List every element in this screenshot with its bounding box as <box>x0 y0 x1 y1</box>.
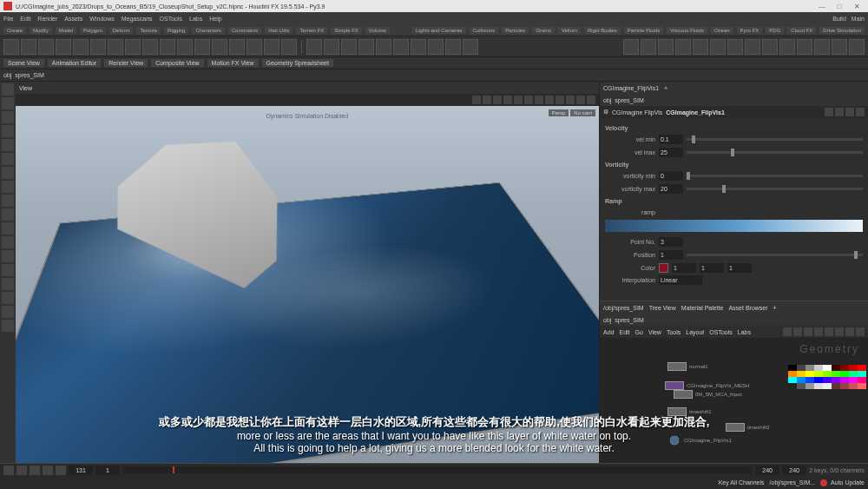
slider-vortmax[interactable] <box>687 188 863 190</box>
palette-swatch-31[interactable] <box>823 383 832 389</box>
palette-swatch-26[interactable] <box>858 377 866 383</box>
shelf-modify[interactable]: Modify <box>30 27 52 34</box>
palette-swatch-12[interactable] <box>814 371 823 377</box>
shelf-tool-sphere[interactable] <box>21 39 36 55</box>
color-swatch[interactable] <box>659 263 668 273</box>
shelf-characters[interactable]: Characters <box>192 27 224 34</box>
left-tool-10[interactable] <box>2 222 14 235</box>
shelf-tool-scale[interactable] <box>358 39 374 55</box>
play-start-button[interactable] <box>3 466 14 475</box>
shelf-tool-lift[interactable] <box>463 39 478 55</box>
desktop-main[interactable]: Main <box>852 16 865 22</box>
slider-velmin[interactable] <box>687 138 863 141</box>
shelf-polygon[interactable]: Polygon <box>80 27 106 34</box>
play-end-button[interactable] <box>56 466 66 475</box>
path-spres[interactable]: spres_SIM <box>15 72 43 78</box>
palette-swatch-13[interactable] <box>823 371 832 377</box>
play-button[interactable] <box>30 466 40 475</box>
palette-swatch-8[interactable] <box>858 365 866 371</box>
val-color-r[interactable]: 1 <box>672 263 696 273</box>
shelf-tool-bend[interactable] <box>411 39 426 55</box>
vp-display-icon-4[interactable] <box>514 96 523 104</box>
shelf-tool-path[interactable] <box>194 39 210 55</box>
timeline-track[interactable] <box>122 466 753 473</box>
shelf-hair[interactable]: Hair Utils <box>265 27 293 34</box>
palette-swatch-11[interactable] <box>806 371 814 377</box>
shelf-particles[interactable]: Particles <box>502 27 529 34</box>
left-tool-6[interactable] <box>2 167 14 179</box>
left-tool-11[interactable] <box>2 236 14 248</box>
pane-renderview[interactable]: Render View <box>104 59 148 67</box>
np-obj[interactable]: obj <box>603 317 611 323</box>
shelf-tool-vr-camera[interactable] <box>797 39 812 55</box>
val-position[interactable]: 1 <box>659 250 683 260</box>
left-tool-1[interactable] <box>2 97 14 109</box>
shelf-tool-curve[interactable] <box>142 39 158 55</box>
shelf-ocean[interactable]: Ocean <box>711 27 733 34</box>
val-pointno[interactable]: 3 <box>659 237 683 247</box>
nt-tree[interactable]: Tree View <box>649 305 676 311</box>
param-header-icon-0[interactable] <box>825 108 833 116</box>
nm-labs[interactable]: Labs <box>738 329 751 335</box>
pane-spreadsheet[interactable]: Geometry Spreadsheet <box>262 59 333 67</box>
nm-edit[interactable]: Edit <box>619 329 629 335</box>
vp-tab-view[interactable]: View <box>19 85 32 91</box>
network-canvas[interactable]: Geometry normal1CGImagine_FlipVis_MESH0M… <box>600 338 868 475</box>
left-tool-12[interactable] <box>2 250 14 262</box>
menu-ostools[interactable]: OSTools <box>160 16 182 22</box>
palette-swatch-25[interactable] <box>849 377 858 383</box>
val-velmin[interactable]: 0.1 <box>659 135 683 144</box>
shelf-tool-circle[interactable] <box>125 39 141 55</box>
palette-swatch-18[interactable] <box>788 377 797 383</box>
shelf-tool-distant-light[interactable] <box>693 39 708 55</box>
shelf-terrain[interactable]: Terrain FX <box>296 27 327 34</box>
shelf-tool-guide-process[interactable] <box>306 39 322 55</box>
nm-go[interactable]: Go <box>635 329 643 335</box>
palette-swatch-9[interactable] <box>788 371 797 377</box>
shelf-tool-cut[interactable] <box>428 39 444 55</box>
shelf-tool-metaball[interactable] <box>264 39 279 55</box>
palette-swatch-33[interactable] <box>840 383 849 389</box>
val-vortmin[interactable]: 0 <box>659 171 683 181</box>
shelf-lights[interactable]: Lights and Cameras <box>412 27 466 34</box>
nm-view[interactable]: View <box>648 329 661 335</box>
nt-path[interactable]: /obj/spres_SIM <box>603 305 644 311</box>
vp-display-icon-2[interactable] <box>493 96 502 104</box>
shelf-tool-geo-light[interactable] <box>658 39 674 55</box>
palette-swatch-32[interactable] <box>832 383 840 389</box>
shelf-tool-part[interactable] <box>376 39 391 55</box>
left-tool-15[interactable] <box>2 292 14 304</box>
np-spres[interactable]: spres_SIM <box>615 317 643 323</box>
nm-tools[interactable]: Tools <box>667 329 681 335</box>
menu-file[interactable]: File <box>3 16 13 22</box>
val-color-b[interactable]: 1 <box>727 263 752 273</box>
palette-swatch-24[interactable] <box>840 377 849 383</box>
left-tool-2[interactable] <box>2 111 14 123</box>
shelf-tool-box[interactable] <box>3 39 19 55</box>
palette-swatch-19[interactable] <box>797 377 806 383</box>
path-obj[interactable]: obj <box>3 72 11 78</box>
palette-swatch-0[interactable] <box>788 365 797 371</box>
pane-animeditor[interactable]: Animation Editor <box>48 59 101 67</box>
maximize-button[interactable]: □ <box>832 1 847 11</box>
palette-swatch-6[interactable] <box>840 365 849 371</box>
slider-velmax[interactable] <box>687 151 863 154</box>
param-header-icon-2[interactable] <box>845 108 854 116</box>
shelf-cloud[interactable]: Cloud FX <box>787 27 816 34</box>
network-tool-icon-1[interactable] <box>793 327 802 336</box>
palette-swatch-10[interactable] <box>797 371 806 377</box>
end-frame[interactable]: 240 <box>755 466 779 475</box>
vp-display-icon-5[interactable] <box>524 96 533 104</box>
pane-motionfx[interactable]: Motion FX View <box>207 59 259 67</box>
shelf-tool-extend[interactable] <box>445 39 461 55</box>
palette-swatch-16[interactable] <box>849 371 858 377</box>
shelf-tool-tube[interactable] <box>38 39 54 55</box>
range-end[interactable]: 240 <box>782 466 806 475</box>
shelf-rigging[interactable]: Rigging <box>164 27 188 34</box>
menu-render[interactable]: Render <box>37 16 57 22</box>
shelf-tool-spray-paint[interactable] <box>212 39 227 55</box>
shelf-rigid[interactable]: Rigid Bodies <box>584 27 621 34</box>
nt-material[interactable]: Material Palette <box>681 305 724 311</box>
shelf-tool-volume-light[interactable] <box>762 39 778 55</box>
shelf-tool-env-light[interactable] <box>710 39 726 55</box>
